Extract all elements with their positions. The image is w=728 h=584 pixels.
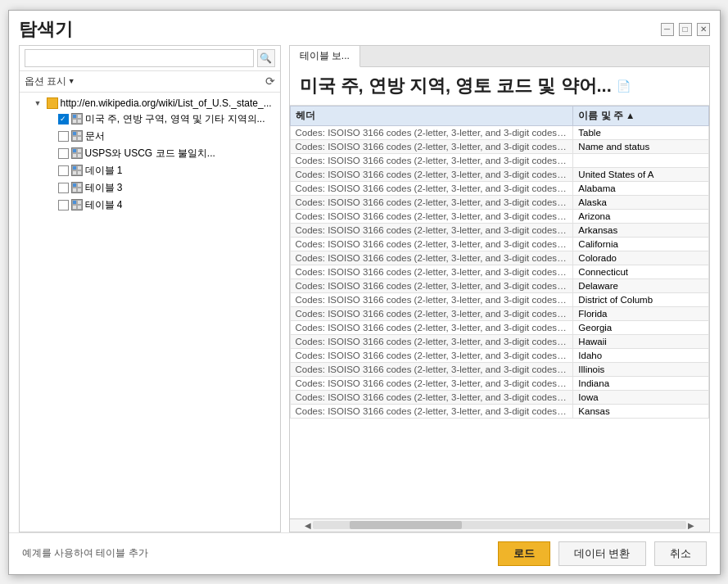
cell-code: Codes: ISOISO 3166 codes (2-letter, 3-le…: [290, 251, 573, 265]
tree-item-usps[interactable]: USPS와 USCG 코드 불일치...: [20, 145, 280, 162]
close-button[interactable]: ✕: [697, 23, 710, 36]
cell-name: Table: [573, 125, 708, 139]
table-row: Codes: ISOISO 3166 codes (2-letter, 3-le…: [290, 334, 708, 348]
footer: 예계를 사용하여 테이블 추가 로드 데이터 변환 취소: [9, 532, 720, 574]
dialog: 탐색기 ─ □ ✕ 🔍 옵션 표시 ▼ ⟳ ▼: [8, 10, 721, 575]
table-row: Codes: ISOISO 3166 codes (2-letter, 3-le…: [290, 209, 708, 223]
checkbox-doc[interactable]: [58, 131, 69, 142]
table-row: Codes: ISOISO 3166 codes (2-letter, 3-le…: [290, 167, 708, 181]
horizontal-scrollbar[interactable]: ◀ ▶: [290, 518, 709, 532]
cell-name: Idaho: [573, 348, 708, 362]
table-row: Codes: ISOISO 3166 codes (2-letter, 3-le…: [290, 237, 708, 251]
table-row: Codes: ISOISO 3166 codes (2-letter, 3-le…: [290, 153, 708, 167]
cell-code: Codes: ISOISO 3166 codes (2-letter, 3-le…: [290, 362, 573, 376]
table-icon-t4: [71, 199, 83, 211]
cell-name: Arkansas: [573, 223, 708, 237]
cell-code: Codes: ISOISO 3166 codes (2-letter, 3-le…: [290, 292, 573, 306]
cell-name: Florida: [573, 306, 708, 320]
file-icon: 📄: [617, 79, 631, 93]
content-area: 🔍 옵션 표시 ▼ ⟳ ▼ http://en.wikipedia.org/wi…: [9, 45, 720, 532]
cell-name: Alabama: [573, 181, 708, 195]
cell-code: Codes: ISOISO 3166 codes (2-letter, 3-le…: [290, 223, 573, 237]
tree-label-main: 미국 주, 연방 구역, 영역 및 기타 지역의...: [85, 112, 265, 126]
cell-code: Codes: ISOISO 3166 codes (2-letter, 3-le…: [290, 209, 573, 223]
cell-name: Name and status: [573, 139, 708, 153]
search-input[interactable]: [25, 49, 254, 67]
transform-button[interactable]: 데이터 변환: [558, 541, 646, 566]
minimize-button[interactable]: ─: [661, 23, 674, 36]
scroll-track[interactable]: [313, 521, 686, 529]
tree-item-table4[interactable]: 테이블 4: [20, 197, 280, 214]
table-row: Codes: ISOISO 3166 codes (2-letter, 3-le…: [290, 251, 708, 265]
cell-name: Illinois: [573, 362, 708, 376]
tree-item-table1[interactable]: 데이블 1: [20, 162, 280, 179]
cell-code: Codes: ISOISO 3166 codes (2-letter, 3-le…: [290, 125, 573, 139]
table-row: Codes: ISOISO 3166 codes (2-letter, 3-le…: [290, 348, 708, 362]
right-panel: 테이블 보... 미국 주, 연방 지역, 영토 코드 및 약어... 📄 헤더…: [289, 45, 710, 532]
scroll-left-arrow[interactable]: ◀: [303, 521, 313, 530]
tree-item-folder[interactable]: ▼ http://en.wikipedia.org/wiki/List_of_U…: [20, 96, 280, 111]
col-header-name[interactable]: 이름 및 주 ▲: [573, 106, 708, 125]
cell-name: Georgia: [573, 320, 708, 334]
cell-code: Codes: ISOISO 3166 codes (2-letter, 3-le…: [290, 139, 573, 153]
tree-item-doc[interactable]: 문서: [20, 128, 280, 145]
table-scroll-wrapper[interactable]: 헤더 이름 및 주 ▲ Codes: ISOISO 3166 codes (2-…: [290, 106, 709, 518]
checkbox-usps[interactable]: [58, 148, 69, 159]
maximize-button[interactable]: □: [679, 23, 692, 36]
search-button[interactable]: 🔍: [257, 49, 275, 67]
tab-bar: 테이블 보...: [290, 46, 709, 67]
scroll-right-arrow[interactable]: ▶: [686, 521, 696, 530]
table-icon-usps: [71, 147, 83, 159]
dialog-title: 탐색기: [19, 17, 73, 42]
cell-code: Codes: ISOISO 3166 codes (2-letter, 3-le…: [290, 167, 573, 181]
table-row: Codes: ISOISO 3166 codes (2-letter, 3-le…: [290, 265, 708, 278]
cancel-button[interactable]: 취소: [654, 541, 707, 566]
tree-label-t4: 테이블 4: [85, 198, 123, 212]
table-row: Codes: ISOISO 3166 codes (2-letter, 3-le…: [290, 292, 708, 306]
load-button[interactable]: 로드: [498, 541, 550, 566]
tree-arrow: ▼: [34, 99, 44, 107]
table-row: Codes: ISOISO 3166 codes (2-letter, 3-le…: [290, 181, 708, 195]
cell-code: Codes: ISOISO 3166 codes (2-letter, 3-le…: [290, 237, 573, 251]
left-panel: 🔍 옵션 표시 ▼ ⟳ ▼ http://en.wikipedia.org/wi…: [19, 45, 281, 532]
preview-title-text: 미국 주, 연방 지역, 영토 코드 및 약어...: [300, 74, 612, 98]
tree-item-table3[interactable]: 테이블 3: [20, 179, 280, 197]
title-controls: ─ □ ✕: [661, 23, 710, 36]
tree-label: http://en.wikipedia.org/wiki/List_of_U.S…: [61, 97, 272, 109]
cell-name: Colorado: [573, 251, 708, 265]
cell-name: Alaska: [573, 195, 708, 209]
cell-code: Codes: ISOISO 3166 codes (2-letter, 3-le…: [290, 320, 573, 334]
tree-label-doc: 문서: [85, 129, 105, 143]
cell-name: United States of A: [573, 167, 708, 181]
table-row: Codes: ISOISO 3166 codes (2-letter, 3-le…: [290, 306, 708, 320]
cell-name: [573, 153, 708, 167]
scroll-thumb[interactable]: [350, 521, 462, 529]
table-row: Codes: ISOISO 3166 codes (2-letter, 3-le…: [290, 390, 708, 404]
table-icon-t1: [71, 165, 83, 176]
add-table-label: 예계를 사용하여 테이블 추가: [22, 546, 490, 560]
tab-table-view[interactable]: 테이블 보...: [290, 46, 360, 67]
table-row: Codes: ISOISO 3166 codes (2-letter, 3-le…: [290, 223, 708, 237]
table-icon-doc: [71, 130, 83, 142]
tree-item-main-table[interactable]: ✓ 미국 주, 연방 구역, 영역 및 기타 지역의...: [20, 111, 280, 128]
options-button[interactable]: 옵션 표시 ▼: [25, 75, 75, 88]
cell-code: Codes: ISOISO 3166 codes (2-letter, 3-le…: [290, 181, 573, 195]
cell-name: California: [573, 237, 708, 251]
refresh-button[interactable]: ⟳: [265, 75, 275, 88]
col-header-codes[interactable]: 헤더: [290, 106, 573, 125]
table-container: 헤더 이름 및 주 ▲ Codes: ISOISO 3166 codes (2-…: [290, 106, 709, 532]
cell-code: Codes: ISOISO 3166 codes (2-letter, 3-le…: [290, 153, 573, 167]
search-bar: 🔍: [20, 46, 280, 71]
cell-code: Codes: ISOISO 3166 codes (2-letter, 3-le…: [290, 404, 573, 418]
checkbox-table1[interactable]: [58, 165, 69, 176]
cell-code: Codes: ISOISO 3166 codes (2-letter, 3-le…: [290, 390, 573, 404]
tree-area: ▼ http://en.wikipedia.org/wiki/List_of_U…: [20, 93, 280, 532]
checkbox-table4[interactable]: [58, 200, 69, 211]
options-arrow: ▼: [68, 77, 75, 85]
table-row: Codes: ISOISO 3166 codes (2-letter, 3-le…: [290, 125, 708, 139]
checkbox-main-table[interactable]: ✓: [58, 114, 69, 124]
cell-code: Codes: ISOISO 3166 codes (2-letter, 3-le…: [290, 195, 573, 209]
tree-label-t3: 테이블 3: [85, 181, 123, 195]
checkbox-table3[interactable]: [58, 183, 69, 193]
options-bar: 옵션 표시 ▼ ⟳: [20, 71, 280, 93]
